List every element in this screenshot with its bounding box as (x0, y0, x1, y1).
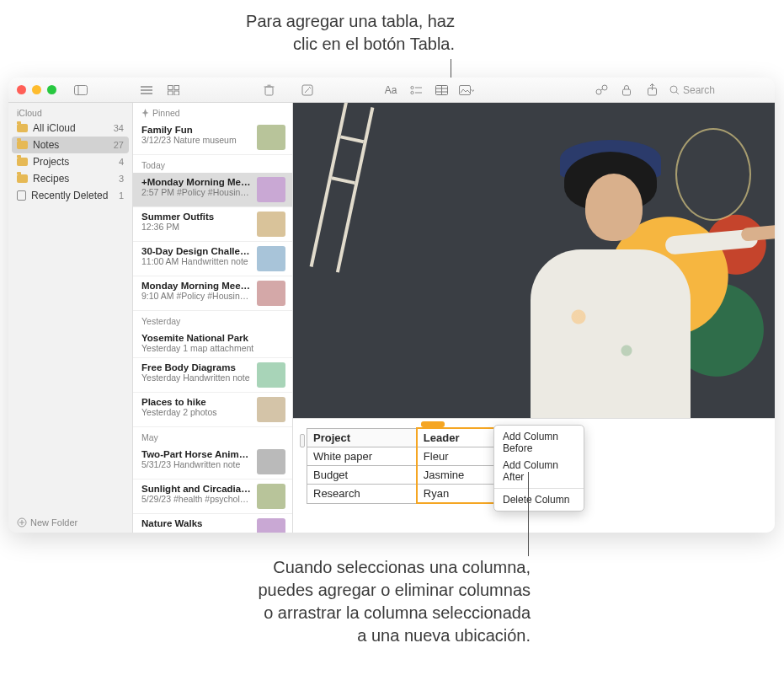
context-menu-item[interactable]: Add Column Before (494, 428, 584, 457)
context-menu-item[interactable]: Delete Column (494, 491, 584, 508)
note-list-item[interactable]: Places to hikeYesterday 2 photos (133, 393, 292, 427)
svg-point-15 (411, 86, 413, 88)
new-note-icon[interactable] (300, 83, 315, 98)
svg-point-17 (411, 91, 413, 94)
callout-top: Para agregar una tabla, haz clic en el b… (0, 10, 455, 56)
table-column-handle[interactable] (421, 421, 445, 427)
link-note-icon[interactable] (594, 83, 609, 98)
media-icon[interactable] (459, 83, 474, 98)
note-title: Sunlight and Circadian… (141, 484, 252, 494)
sidebar-section-header: iCloud (8, 103, 132, 120)
close-window-button[interactable] (17, 85, 26, 94)
context-menu-item[interactable]: Add Column After (494, 457, 584, 485)
sidebar-item-all-icloud[interactable]: All iCloud34 (8, 120, 132, 137)
svg-rect-6 (174, 85, 179, 89)
note-list-item[interactable]: Monday Morning Meeting9:10 AM #Policy #H… (133, 276, 292, 311)
table-cell[interactable]: Ryan (417, 485, 499, 504)
note-title: 30-Day Design Challen… (141, 246, 252, 256)
folder-icon (17, 158, 28, 166)
gallery-view-icon[interactable] (166, 83, 181, 98)
svg-line-31 (676, 92, 679, 94)
new-folder-label: New Folder (30, 517, 77, 528)
sidebar-item-label: Recipes (33, 173, 69, 185)
sidebar-item-label: Notes (33, 139, 59, 151)
trash-icon (17, 190, 26, 201)
table-row-handle[interactable] (300, 434, 305, 447)
note-list-item[interactable]: Sunlight and Circadian…5/29/23 #health #… (133, 479, 292, 514)
note-thumbnail (257, 125, 285, 150)
note-title: +Monday Morning Mee… (141, 177, 252, 187)
notes-section-header: Yesterday (133, 311, 292, 329)
svg-rect-27 (623, 89, 631, 95)
search-icon (669, 85, 680, 95)
sidebar-item-label: Projects (33, 156, 69, 168)
column-context-menu: Add Column BeforeAdd Column AfterDelete … (493, 425, 584, 512)
note-title: Monday Morning Meeting (141, 281, 252, 291)
folder-icon (17, 174, 28, 183)
table-cell[interactable]: Budget (307, 466, 417, 485)
note-list-item[interactable]: Family Fun3/12/23 Nature museum (133, 121, 292, 155)
table-cell[interactable]: Jasmine (417, 466, 499, 485)
note-thumbnail (257, 212, 285, 237)
note-list-item[interactable]: Nature Walks (133, 514, 292, 533)
svg-rect-0 (75, 85, 88, 94)
table-cell[interactable]: Fleur (417, 447, 499, 466)
share-icon[interactable] (644, 83, 659, 98)
folder-icon (17, 124, 28, 132)
svg-rect-7 (168, 91, 173, 95)
sidebar-item-recipes[interactable]: Recipes3 (8, 170, 132, 187)
svg-rect-5 (168, 85, 173, 89)
checklist-icon[interactable] (408, 83, 424, 98)
list-view-icon[interactable] (139, 83, 154, 98)
table-icon[interactable] (434, 83, 449, 98)
note-list-item[interactable]: Summer Outfits12:36 PM (133, 207, 292, 242)
sidebar-item-notes[interactable]: Notes27 (12, 137, 129, 153)
note-title: Yosemite National Park (141, 333, 285, 343)
callout-bottom-leader-line (528, 472, 529, 556)
sidebar-item-recently-deleted[interactable]: Recently Deleted1 (8, 187, 132, 204)
toggle-sidebar-icon[interactable] (73, 83, 88, 98)
svg-line-26 (600, 89, 603, 91)
svg-rect-8 (174, 91, 179, 95)
note-subtitle: 11:00 AM Handwritten note (141, 256, 252, 266)
new-folder-button[interactable]: New Folder (8, 512, 132, 533)
note-title: Two-Part Horse Anima… (141, 449, 252, 459)
note-list-item[interactable]: Free Body DiagramsYesterday Handwritten … (133, 358, 292, 393)
note-list-item[interactable]: Two-Part Horse Anima…5/31/23 Handwritten… (133, 445, 292, 479)
lock-note-icon[interactable] (619, 83, 634, 98)
note-table[interactable]: ProjectLeader White paperFleurBudgetJasm… (307, 427, 500, 504)
sidebar-item-projects[interactable]: Projects4 (8, 153, 132, 170)
sidebar-item-count: 1 (119, 190, 124, 201)
note-title: Places to hike (141, 397, 252, 407)
note-title: Nature Walks (141, 518, 252, 528)
context-menu-separator (494, 488, 584, 489)
notes-section-header: Today (133, 155, 292, 173)
format-text-icon[interactable]: Aa (383, 83, 398, 98)
note-list-item[interactable]: 30-Day Design Challen…11:00 AM Handwritt… (133, 242, 292, 276)
delete-note-icon[interactable] (261, 83, 276, 98)
titlebar: Aa Search (8, 78, 775, 103)
note-title: Family Fun (141, 125, 252, 135)
note-thumbnail (257, 449, 285, 474)
table-header-cell[interactable]: Project (307, 428, 417, 447)
note-thumbnail (257, 281, 285, 306)
minimize-window-button[interactable] (32, 85, 41, 94)
note-subtitle: 5/31/23 Handwritten note (141, 459, 252, 469)
pin-icon (141, 109, 149, 118)
search-field[interactable]: Search (669, 84, 766, 96)
note-title: Free Body Diagrams (141, 362, 252, 372)
note-thumbnail (257, 484, 285, 509)
table-cell[interactable]: White paper (307, 447, 417, 466)
note-editor: ProjectLeader White paperFleurBudgetJasm… (293, 103, 775, 533)
search-placeholder: Search (683, 84, 715, 96)
table-cell[interactable]: Research (307, 485, 417, 504)
note-thumbnail (257, 518, 285, 533)
note-subtitle: 3/12/23 Nature museum (141, 135, 252, 145)
note-list-item[interactable]: Yosemite National ParkYesterday 1 map at… (133, 329, 292, 358)
folder-icon (17, 141, 28, 149)
note-list-item[interactable]: +Monday Morning Mee…2:57 PM #Policy #Hou… (133, 173, 292, 207)
sidebar-item-label: All iCloud (33, 122, 76, 134)
fullscreen-window-button[interactable] (47, 85, 56, 94)
window-controls (17, 85, 56, 94)
table-header-cell[interactable]: Leader (417, 428, 499, 447)
